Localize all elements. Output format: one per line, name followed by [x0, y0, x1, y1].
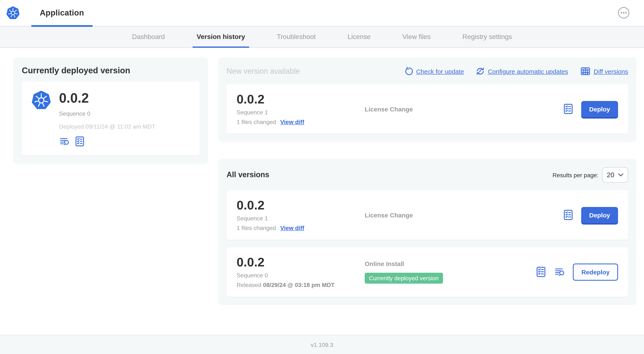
deploy-logs-button[interactable] [554, 266, 566, 277]
deploy-button[interactable]: Deploy [581, 207, 618, 223]
version-sequence: Sequence 1 [236, 109, 365, 116]
new-version-panel: New version available Check for update [218, 57, 636, 142]
kubernetes-logo-icon [6, 6, 20, 20]
deployed-sequence: Sequence 0 [59, 110, 155, 117]
update-actions: Check for update Configure automatic upd… [404, 66, 628, 77]
preflight-checks-button[interactable] [74, 136, 86, 147]
app-tab[interactable]: Application [32, 0, 92, 26]
view-diff-link[interactable]: View diff [280, 225, 304, 231]
preflight-checks-icon [74, 136, 86, 147]
version-sequence: Sequence 1 [236, 215, 365, 222]
new-version-row: 0.0.2 Sequence 1 1 files changed View di… [226, 84, 628, 134]
currently-deployed-panel: Currently deployed version 0.0.2 Sequenc… [14, 57, 208, 164]
overflow-menu-button[interactable] [618, 7, 630, 19]
version-info: 0.0.2 Sequence 0 Released08/29/24 @ 03:1… [236, 256, 365, 288]
results-per-page-select[interactable]: 20 [602, 167, 628, 183]
preflight-checks-button[interactable] [535, 266, 547, 278]
version-source: Online Install Currently deployed versio… [365, 260, 535, 284]
files-changed: 1 files changed View diff [236, 225, 365, 231]
files-changed: 1 files changed View diff [236, 119, 365, 125]
preflight-checks-icon [535, 266, 547, 278]
app-footer: v1.109.3 [0, 335, 644, 354]
version-info: 0.0.2 Sequence 1 1 files changed View di… [236, 199, 365, 231]
tab-registry-settings[interactable]: Registry settings [458, 26, 516, 47]
version-number: 0.0.2 [236, 256, 365, 269]
view-diff-link[interactable]: View diff [280, 119, 304, 125]
results-per-page: Results per page: 20 [552, 167, 628, 183]
preflight-checks-icon [562, 103, 574, 115]
version-source: License Change [365, 105, 562, 113]
all-versions-title: All versions [226, 171, 269, 179]
currently-deployed-title: Currently deployed version [22, 66, 200, 75]
version-number: 0.0.2 [236, 199, 365, 212]
tab-license[interactable]: License [343, 26, 375, 47]
logs-icon [554, 266, 566, 277]
app-header: Application [0, 0, 644, 26]
all-versions-header: All versions Results per page: 20 [226, 167, 628, 183]
released-timestamp: Released08/29/24 @ 03:18 pm MDT [236, 281, 365, 288]
new-version-header: New version available Check for update [226, 66, 628, 77]
logs-icon [59, 136, 70, 146]
check-for-update-link[interactable]: Check for update [404, 67, 464, 76]
version-actions: Deploy [562, 207, 618, 223]
version-number: 0.0.2 [236, 93, 365, 106]
preflight-checks-button[interactable] [562, 209, 574, 221]
version-history-column: New version available Check for update [218, 57, 636, 305]
kubernetes-app-icon [31, 90, 52, 111]
tab-troubleshoot[interactable]: Troubleshoot [272, 26, 320, 47]
deploy-logs-button[interactable] [59, 136, 70, 146]
version-actions: Deploy [562, 101, 618, 117]
version-info: 0.0.2 Sequence 1 1 files changed View di… [236, 93, 365, 125]
console-version: v1.109.3 [311, 341, 333, 348]
all-versions-panel: All versions Results per page: 20 [218, 159, 636, 305]
chevron-down-icon [618, 173, 624, 177]
version-source: License Change [365, 211, 562, 218]
deployed-timestamp: Deployed 09/11/24 @ 11:02 am MDT [59, 123, 155, 130]
preflight-checks-button[interactable] [562, 103, 574, 115]
version-row: 0.0.2 Sequence 1 1 files changed View di… [226, 190, 628, 240]
version-actions: Redeploy [535, 263, 618, 280]
refresh-icon [404, 67, 413, 76]
ellipsis-icon [618, 7, 630, 20]
preflight-checks-icon [562, 209, 574, 221]
deployed-version-actions [59, 136, 155, 147]
deploy-button[interactable]: Deploy [581, 101, 618, 117]
results-per-page-label: Results per page: [552, 172, 598, 178]
deployed-version-card: 0.0.2 Sequence 0 Deployed 09/11/24 @ 11:… [22, 82, 200, 155]
auto-update-icon [476, 67, 485, 76]
redeploy-button[interactable]: Redeploy [573, 263, 618, 280]
version-row: 0.0.2 Sequence 0 Released08/29/24 @ 03:1… [226, 247, 628, 297]
tab-view-files[interactable]: View files [398, 26, 435, 47]
active-tab-indicator [32, 25, 92, 27]
tab-dashboard[interactable]: Dashboard [128, 26, 169, 47]
diff-icon [580, 66, 590, 77]
tab-version-history[interactable]: Version history [192, 26, 249, 47]
app-window: Application Dashboard Version history Tr… [0, 0, 644, 354]
version-sequence: Sequence 0 [236, 272, 365, 279]
deployed-version-number: 0.0.2 [59, 91, 155, 105]
currently-deployed-badge: Currently deployed version [365, 272, 443, 284]
main-content: Currently deployed version 0.0.2 Sequenc… [0, 48, 644, 335]
new-version-title: New version available [226, 67, 300, 76]
app-subnav: Dashboard Version history Troubleshoot L… [0, 26, 644, 48]
app-title: Application [40, 8, 84, 18]
diff-versions-link[interactable]: Diff versions [580, 66, 628, 77]
configure-automatic-updates-link[interactable]: Configure automatic updates [476, 67, 568, 76]
deployed-version-info: 0.0.2 Sequence 0 Deployed 09/11/24 @ 11:… [59, 90, 155, 147]
